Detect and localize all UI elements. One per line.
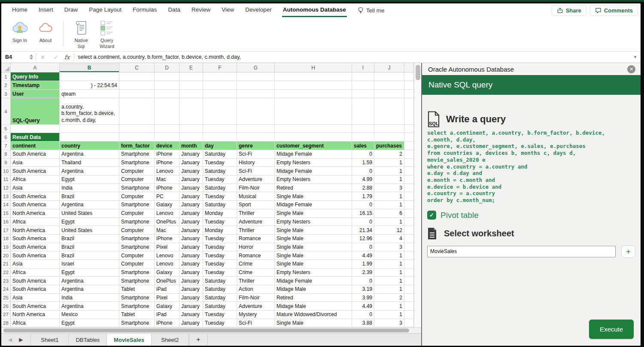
cell-H16[interactable]: Empty Nesters [275, 218, 352, 226]
cell-D12[interactable]: iPhone [155, 184, 179, 193]
cell-J18[interactable]: 4 [374, 235, 404, 243]
cell-E16[interactable]: January [179, 218, 203, 226]
cell-B10[interactable]: Argentina [60, 167, 119, 175]
cell-E11[interactable]: January [179, 175, 203, 184]
cell-E26[interactable]: January [179, 302, 203, 311]
row-header-18[interactable]: 18 [1, 235, 11, 243]
cell-A18[interactable]: South America [11, 235, 60, 243]
cell-J10[interactable]: 1 [374, 167, 404, 175]
cell-J27[interactable]: 1 [374, 311, 404, 319]
cell-H10[interactable]: Midage Female [275, 167, 352, 175]
cell-H11[interactable]: Empty Nesters [275, 175, 352, 184]
cell-E19[interactable]: January [179, 243, 203, 252]
cell-I7[interactable]: sales [352, 142, 374, 150]
about-button[interactable]: About [33, 20, 58, 44]
cell-H3[interactable] [275, 90, 352, 98]
column-header-F[interactable]: F [203, 63, 237, 72]
cell-E24[interactable]: January [179, 285, 203, 294]
select-all-corner[interactable] [1, 63, 11, 72]
cell-B6[interactable] [60, 133, 119, 142]
cell-G13[interactable]: Musical [237, 192, 275, 201]
cell-H28[interactable]: Single Male [275, 319, 352, 327]
cell-D14[interactable]: Galaxy [155, 201, 179, 209]
cell-C1[interactable] [119, 72, 155, 81]
column-header-B[interactable]: B [60, 63, 119, 72]
row-header-8[interactable]: 8 [1, 150, 11, 159]
cell-A15[interactable]: North America [11, 209, 60, 218]
cell-C24[interactable]: Tablet [119, 285, 155, 294]
cell-D8[interactable]: iPhone [155, 150, 179, 159]
cell-F24[interactable]: Saturday [203, 285, 237, 294]
cell-D27[interactable]: iPad [155, 311, 179, 319]
cell-H15[interactable]: Single Male [275, 209, 352, 218]
cell-E27[interactable]: January [179, 311, 203, 319]
cell-G16[interactable]: Adventure [237, 218, 275, 226]
cell-G15[interactable]: Thriller [237, 209, 275, 218]
cell-I25[interactable]: 3.99 [352, 294, 374, 302]
cell-G22[interactable]: Crime [237, 269, 275, 277]
menu-tab-view[interactable]: View [221, 3, 235, 17]
column-header-D[interactable]: D [155, 63, 179, 72]
cell-F28[interactable]: Tuesday [203, 319, 237, 327]
cell-C5[interactable] [119, 125, 155, 133]
cell-E6[interactable] [179, 133, 203, 142]
cell-F9[interactable]: Tuesday [203, 159, 237, 167]
cell-J17[interactable]: 12 [374, 226, 404, 235]
cell-F16[interactable]: Tuesday [203, 218, 237, 226]
cell-B4[interactable]: a.country, b.form_factor, b.device, c.mo… [60, 98, 119, 125]
cell-B21[interactable]: Israel [60, 260, 119, 269]
cell-B26[interactable]: Argentina [60, 302, 119, 311]
cell-A1[interactable]: Query Info [11, 72, 60, 81]
cell-I4[interactable] [352, 98, 374, 125]
cell-C8[interactable]: Smartphone [119, 150, 155, 159]
cell-D2[interactable] [155, 81, 179, 90]
cell-B28[interactable]: Egypt [60, 319, 119, 327]
cell-F25[interactable]: Saturday [203, 294, 237, 302]
cell-I3[interactable] [352, 90, 374, 98]
row-header-3[interactable]: 3 [1, 90, 11, 98]
cell-F19[interactable]: Tuesday [203, 243, 237, 252]
cell-G10[interactable]: Sci-Fi [237, 167, 275, 175]
cell-C17[interactable]: Computer [119, 226, 155, 235]
cell-G8[interactable]: Sci-Fi [237, 150, 275, 159]
cell-E7[interactable]: month [179, 142, 203, 150]
cell-F5[interactable] [203, 125, 237, 133]
cell-G4[interactable] [237, 98, 275, 125]
menu-tab-page-layout[interactable]: Page Layout [88, 3, 122, 17]
cell-G9[interactable]: History [237, 159, 275, 167]
cell-F12[interactable]: Saturday [203, 184, 237, 193]
row-header-12[interactable]: 12 [1, 184, 11, 193]
cell-A3[interactable]: User [11, 90, 60, 98]
cell-B18[interactable]: Brazil [60, 235, 119, 243]
add-worksheet-button[interactable]: + [621, 245, 635, 258]
cell-D21[interactable]: Lenovo [155, 260, 179, 269]
cell-I24[interactable]: 3.19 [352, 285, 374, 294]
row-header-9[interactable]: 9 [1, 159, 11, 167]
cell-B16[interactable]: Egypt [60, 218, 119, 226]
cell-E15[interactable]: January [179, 209, 203, 218]
row-header-22[interactable]: 22 [1, 269, 11, 277]
cell-A27[interactable]: North America [11, 311, 60, 319]
cell-B8[interactable]: Argentina [60, 150, 119, 159]
column-header-A[interactable]: A [11, 63, 60, 72]
cell-D10[interactable]: Lenovo [155, 167, 179, 175]
cell-H9[interactable]: Empty Nesters [275, 159, 352, 167]
cell-I17[interactable]: 21.34 [352, 226, 374, 235]
column-header-J[interactable]: J [374, 63, 404, 72]
vertical-scrollbar[interactable] [414, 63, 421, 327]
cell-H18[interactable]: Single Male [275, 235, 352, 243]
panel-close-icon[interactable]: ✕ [627, 65, 635, 73]
cell-B3[interactable]: qteam [60, 90, 119, 98]
cell-E4[interactable] [179, 98, 203, 125]
cell-D19[interactable]: Pixel [155, 243, 179, 252]
fx-icon[interactable]: fx [63, 54, 74, 60]
cell-A12[interactable]: Asia [11, 184, 60, 193]
sql-query-text[interactable]: select a.continent, a.country, b.form_fa… [427, 130, 635, 204]
cell-J3[interactable] [374, 90, 404, 98]
cell-A2[interactable]: Timestamp [11, 81, 60, 90]
sign-in-button[interactable]: Sign In [7, 20, 32, 44]
row-header-20[interactable]: 20 [1, 251, 11, 260]
row-header-6[interactable]: 6 [1, 133, 11, 142]
cell-E13[interactable]: January [179, 192, 203, 201]
pivot-table-option[interactable]: ✓ Pivot table [427, 211, 635, 220]
